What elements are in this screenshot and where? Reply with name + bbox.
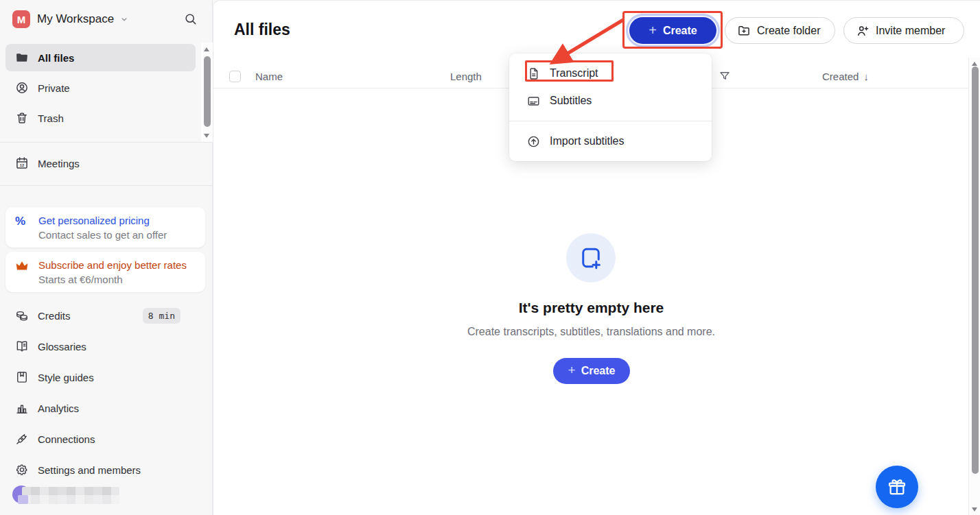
menu-item-label: Subtitles: [550, 95, 592, 107]
menu-item-transcript[interactable]: Transcript: [509, 60, 712, 87]
empty-state-title: It's pretty empty here: [213, 300, 969, 316]
empty-state-create-button[interactable]: + Create: [553, 358, 630, 384]
sidebar-item-label: Meetings: [38, 158, 80, 169]
promo-subscribe-title: Subscribe and enjoy better rates: [38, 259, 187, 272]
sidebar: M My Workspace All files Private Trash: [0, 0, 213, 515]
chevron-down-icon: [119, 14, 129, 24]
document-icon: [527, 67, 540, 80]
trash-icon: [15, 111, 29, 125]
empty-state-subtitle: Create transcripts, subtitles, translati…: [213, 326, 969, 338]
sidebar-item-label: Private: [38, 82, 70, 94]
workspace-header[interactable]: M My Workspace: [0, 0, 212, 38]
workspace-logo-letter: M: [17, 14, 26, 25]
sort-descending-icon: ↓: [863, 71, 869, 82]
empty-create-label: Create: [581, 365, 616, 377]
sidebar-item-glossaries[interactable]: Glossaries: [0, 331, 196, 361]
scrollbar-up-arrow[interactable]: [204, 47, 209, 51]
column-header-created[interactable]: Created ↓: [822, 71, 869, 82]
select-all-checkbox[interactable]: [229, 71, 241, 82]
sidebar-item-style-guides[interactable]: Style guides: [0, 362, 196, 392]
sidebar-item-private[interactable]: Private: [0, 74, 196, 101]
workspace-name: My Workspace: [37, 12, 114, 26]
page-title: All files: [234, 21, 290, 39]
user-account[interactable]: [12, 486, 30, 503]
upload-circle-icon: [527, 135, 540, 148]
divider: [0, 185, 213, 186]
create-button-label: Create: [663, 25, 697, 37]
menu-divider: [509, 121, 712, 121]
bar-chart-icon: [15, 401, 29, 415]
sidebar-item-analytics[interactable]: Analytics: [0, 393, 196, 423]
create-folder-label: Create folder: [757, 25, 821, 37]
sidebar-item-label: Style guides: [38, 372, 94, 383]
folder-plus-icon: [737, 24, 751, 38]
scrollbar-thumb[interactable]: [972, 67, 979, 474]
scrollbar-down-arrow[interactable]: [972, 507, 977, 512]
sidebar-item-label: All files: [38, 52, 74, 64]
scrollbar-up-arrow[interactable]: [972, 62, 977, 66]
user-name-blurred: [22, 487, 119, 504]
coins-icon: [15, 309, 29, 322]
sidebar-item-meetings[interactable]: 12 Meetings: [0, 148, 196, 178]
column-header-length[interactable]: Length: [450, 71, 482, 82]
promo-subscribe-card[interactable]: Subscribe and enjoy better rates Starts …: [5, 252, 205, 292]
menu-item-label: Import subtitles: [550, 135, 624, 147]
scrollbar-thumb[interactable]: [204, 56, 211, 127]
plus-icon: +: [568, 363, 576, 378]
sidebar-item-label: Connections: [38, 433, 95, 445]
promo-pricing-subtitle: Contact sales to get an offer: [38, 228, 167, 242]
invite-member-button[interactable]: Invite member: [843, 17, 964, 44]
folder-icon: [15, 51, 29, 64]
file-plus-icon: [566, 233, 616, 283]
sidebar-item-settings[interactable]: Settings and members: [0, 455, 196, 485]
create-folder-button[interactable]: Create folder: [725, 17, 835, 44]
filter-icon[interactable]: [719, 70, 731, 82]
book-open-icon: [15, 339, 29, 353]
gift-button[interactable]: [876, 466, 918, 508]
sidebar-item-label: Trash: [38, 112, 64, 124]
create-dropdown-menu: Transcript Subtitles Import subtitles: [509, 53, 712, 161]
style-guide-icon: [15, 370, 29, 384]
user-circle-icon: [15, 81, 29, 95]
created-label: Created: [822, 71, 859, 82]
sidebar-item-credits[interactable]: Credits 8 min: [0, 300, 196, 331]
sidebar-scrollbar[interactable]: [201, 43, 213, 143]
blur-block: [18, 495, 28, 504]
svg-text:12: 12: [20, 163, 25, 167]
plug-icon: [15, 432, 29, 446]
search-icon[interactable]: [184, 12, 197, 25]
crown-icon: [15, 259, 30, 273]
sidebar-item-connections[interactable]: Connections: [0, 424, 196, 454]
user-plus-icon: [856, 24, 870, 38]
column-header-name[interactable]: Name: [255, 71, 283, 82]
sidebar-item-label: Glossaries: [38, 341, 86, 352]
menu-item-subtitles[interactable]: Subtitles: [509, 87, 712, 115]
plus-icon: +: [649, 23, 657, 37]
main-scrollbar[interactable]: [968, 58, 980, 515]
promo-subscribe-subtitle: Starts at €6/month: [38, 272, 187, 287]
sidebar-item-label: Analytics: [38, 403, 79, 414]
calendar-icon: 12: [15, 156, 29, 170]
main-panel: All files + Create Create folder Invite …: [213, 0, 980, 515]
percent-icon: %: [15, 214, 30, 228]
credits-badge: 8 min: [143, 308, 180, 324]
promo-pricing-title: Get personalized pricing: [38, 214, 167, 228]
divider: [0, 142, 213, 143]
gear-icon: [15, 463, 29, 477]
scrollbar-down-arrow[interactable]: [204, 134, 209, 138]
create-button[interactable]: + Create: [629, 17, 716, 44]
gift-icon: [887, 477, 907, 497]
sidebar-item-all-files[interactable]: All files: [5, 44, 196, 71]
sidebar-item-label: Credits: [38, 310, 71, 322]
subtitles-icon: [527, 95, 540, 108]
invite-member-label: Invite member: [876, 25, 945, 37]
sidebar-item-label: Settings and members: [38, 464, 141, 476]
menu-item-import-subtitles[interactable]: Import subtitles: [509, 128, 712, 155]
menu-item-label: Transcript: [550, 67, 598, 80]
sidebar-item-trash[interactable]: Trash: [0, 104, 196, 132]
workspace-logo: M: [12, 10, 30, 28]
promo-pricing-card[interactable]: % Get personalized pricing Contact sales…: [5, 207, 205, 248]
